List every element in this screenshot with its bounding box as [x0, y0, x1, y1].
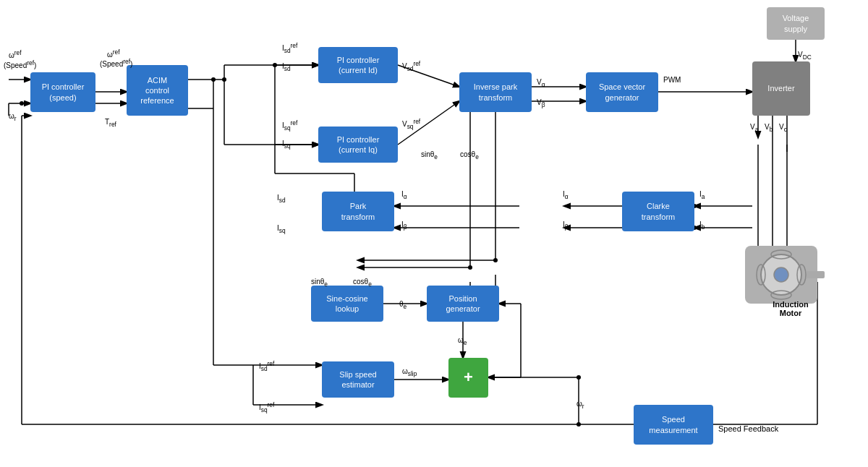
- pi-speed-block: PI controller(speed): [30, 72, 95, 112]
- vdc-label: VDC: [798, 51, 812, 61]
- slip-estimator-block: Slip speedestimator: [322, 361, 394, 398]
- w-ref-label: ωref: [9, 49, 22, 59]
- isq-park-label: Isq: [277, 224, 286, 234]
- speed-ref2-label: (Speedref): [100, 58, 132, 68]
- svg-point-75: [20, 101, 24, 106]
- i-beta1-label: Iβ: [401, 220, 407, 231]
- isq-label: Isq: [282, 140, 291, 150]
- i-beta2-label: Iβ: [563, 220, 569, 231]
- cos-theta-top-label: cosθe: [460, 150, 479, 160]
- voltage-supply-block: Voltagesupply: [767, 7, 825, 40]
- w-e-label: ωe: [458, 336, 467, 346]
- isq-ref-bot-label: Isqref: [259, 401, 274, 414]
- pi-id-block: PI controller(current Id): [318, 47, 398, 83]
- sine-cosine-block: Sine-cosinelookup: [311, 286, 383, 322]
- v-beta-label: Vβ: [537, 98, 545, 108]
- v-alpha-label: Vα: [537, 78, 545, 88]
- i-alpha1-label: Iα: [401, 190, 407, 200]
- speed-feedback-label: Speed Feedback: [718, 424, 778, 433]
- isq-ref-label: Isqref: [282, 119, 297, 132]
- i-alpha2-label: Iα: [563, 190, 569, 200]
- svg-point-78: [774, 267, 788, 282]
- w-r-bot-label: ωr: [576, 400, 584, 410]
- pwm-label: PWM: [663, 76, 681, 84]
- i-a-label: Ia: [699, 190, 705, 200]
- induction-motor-graphic: [741, 224, 828, 340]
- clarke-transform-block: Clarketransform: [622, 192, 694, 231]
- acim-block: ACIMcontrolreference: [127, 65, 188, 116]
- park-transform-block: Parktransform: [322, 192, 394, 231]
- vc-label: Vc: [779, 123, 787, 133]
- svg-point-47: [468, 265, 472, 270]
- pi-iq-block: PI controller(current Iq): [318, 127, 398, 163]
- svg-point-46: [493, 258, 498, 262]
- svg-rect-83: [807, 271, 825, 278]
- isd-ref-bot-label: Isdref: [259, 360, 274, 372]
- speed-measurement-block: Speedmeasurement: [634, 405, 713, 445]
- svg-point-73: [211, 77, 216, 82]
- diagram-container: PI controller(speed) ACIMcontrolreferenc…: [0, 0, 868, 467]
- vb-label: Vb: [765, 123, 773, 133]
- svgen-block: Space vectorgenerator: [586, 72, 658, 112]
- inv-park-block: Inverse parktransform: [459, 72, 532, 112]
- pos-gen-block: Positiongenerator: [427, 286, 499, 322]
- speed-ref-label: (Speedref): [4, 59, 36, 69]
- w-r-label: ωr: [9, 112, 17, 122]
- t-ref-label: Tref: [105, 118, 116, 128]
- inverter-block: Inverter: [752, 61, 810, 116]
- sin-theta-bot-label: sinθe: [311, 278, 328, 288]
- plus-block: +: [448, 358, 488, 398]
- svg-point-41: [273, 63, 277, 67]
- isd-label: Isd: [282, 62, 291, 72]
- vsd-ref-label: Vsdref: [402, 60, 420, 72]
- va-label: Va: [750, 123, 758, 133]
- w-slip-label: ωslip: [402, 367, 417, 377]
- isd-ref-label: Isdref: [282, 42, 297, 54]
- cos-theta-bot-label: cosθe: [353, 278, 372, 288]
- i-b-label: Ib: [699, 220, 705, 231]
- theta-e-label: θe: [399, 300, 407, 310]
- sin-theta-top-label: sinθe: [421, 150, 438, 160]
- svg-point-63: [576, 422, 581, 427]
- vsq-ref-label: Vsqref: [402, 118, 420, 130]
- motor-label: InductionMotor: [758, 300, 823, 317]
- isd-park-label: Isd: [277, 194, 286, 204]
- svg-point-59: [576, 375, 581, 380]
- svg-point-9: [222, 77, 226, 82]
